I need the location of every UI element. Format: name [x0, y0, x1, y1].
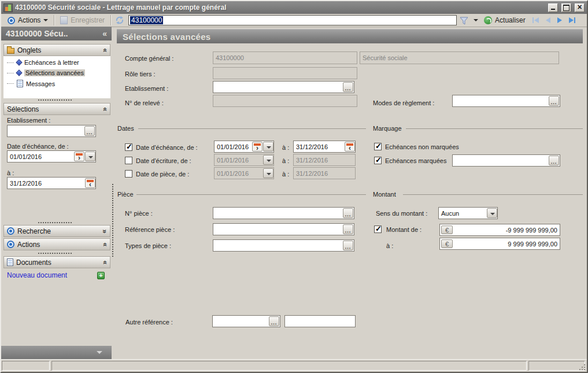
selections-section-header[interactable]: Sélections — [3, 103, 110, 115]
montant-group-line — [403, 194, 583, 195]
recherche-section-header[interactable]: Recherche — [3, 225, 110, 237]
browse-button[interactable] — [343, 208, 353, 218]
dotted-separator — [38, 253, 72, 254]
sidebar-etablissement-field[interactable] — [7, 125, 96, 137]
date-ecriture-checkbox[interactable] — [125, 157, 132, 164]
status-cell-right — [528, 361, 585, 371]
piece-group-line — [136, 194, 366, 195]
chevron-down-icon[interactable] — [103, 227, 107, 235]
calendar-forward-icon[interactable] — [74, 152, 84, 161]
save-button-label: Enregistrer — [71, 16, 105, 24]
npiece-field[interactable] — [213, 207, 354, 219]
sidebar-date-to-field[interactable]: 31/12/2016 — [7, 177, 96, 189]
refresh-button[interactable]: Actualiser — [480, 14, 529, 26]
save-button[interactable]: Enregistrer — [57, 14, 108, 26]
date-dropdown-button[interactable] — [85, 152, 95, 161]
date-piece-checkbox[interactable] — [125, 170, 132, 178]
echeances-non-marquees-checkbox[interactable] — [374, 143, 382, 150]
tree-branch — [7, 62, 14, 63]
sens-montant-dropdown[interactable]: Aucun — [438, 207, 498, 219]
nav-next-button[interactable] — [554, 15, 565, 25]
euro-currency-button[interactable]: € — [441, 226, 453, 234]
documents-section-header[interactable]: Documents — [3, 256, 110, 268]
date-dropdown-button[interactable] — [263, 142, 273, 152]
browse-button[interactable] — [269, 316, 279, 326]
browse-button[interactable] — [343, 241, 353, 250]
new-document-link[interactable]: Nouveau document — [7, 271, 67, 279]
status-cell-middle — [51, 361, 527, 371]
recherche-section-title: Recherche — [17, 227, 51, 235]
date-echeance-from-field[interactable]: 01/01/2016 — [214, 141, 274, 153]
etablissement-label: Etablissement : — [125, 85, 168, 92]
filter-dropdown-caret[interactable] — [474, 19, 478, 21]
date-ecriture-to-label: à : — [282, 157, 289, 164]
actions-menu-button[interactable]: Actions — [4, 14, 51, 26]
maximize-button[interactable] — [561, 3, 571, 12]
tree-branch — [7, 83, 14, 84]
onglets-section-header[interactable]: Onglets — [3, 44, 110, 56]
date-echeance-checkbox[interactable] — [125, 143, 132, 151]
echeances-marquees-field[interactable] — [452, 154, 560, 167]
add-document-button[interactable] — [97, 272, 105, 279]
sidebar-bottom-bar[interactable] — [1, 346, 112, 359]
euro-currency-button[interactable]: € — [441, 239, 453, 248]
chevron-up-icon[interactable] — [103, 258, 107, 267]
sidebar-date-from-value: 01/01/2016 — [10, 153, 42, 160]
sens-montant-value: Aucun — [441, 210, 459, 217]
tree-item-label: Echéances à lettrer — [24, 59, 79, 66]
resize-grip[interactable] — [578, 363, 586, 371]
date-piece-to-value: 31/12/2016 — [296, 170, 328, 177]
releve-label: N° de relevé : — [125, 99, 164, 106]
reference-piece-field[interactable] — [213, 223, 354, 235]
sync-arrows-icon — [115, 16, 124, 25]
sidebar-item-selections-avancees[interactable]: Sélections avancées — [7, 69, 85, 76]
calendar-forward-icon[interactable] — [252, 142, 262, 152]
chevron-up-icon[interactable] — [103, 105, 107, 113]
date-echeance-to-value: 31/12/2016 — [296, 143, 328, 150]
sidebar-date-from-field[interactable]: 01/01/2016 — [7, 150, 96, 163]
browse-button[interactable] — [84, 126, 95, 136]
date-piece-label: Date de pièce, de : — [136, 171, 189, 178]
browse-button[interactable] — [343, 224, 353, 234]
browse-button[interactable] — [343, 82, 353, 92]
autre-reference-secondary-field[interactable] — [284, 315, 356, 327]
sync-icon[interactable] — [113, 16, 126, 25]
types-piece-field[interactable] — [213, 239, 354, 252]
sidebar-item-echeances-a-lettrer[interactable]: Echéances à lettrer — [7, 59, 79, 66]
nav-last-button[interactable] — [565, 15, 579, 25]
date-ecriture-to-value: 31/12/2016 — [296, 157, 328, 164]
browse-button[interactable] — [549, 156, 559, 165]
filter-button[interactable] — [457, 16, 471, 25]
date-dropdown-button[interactable] — [263, 155, 273, 165]
modes-reglement-field[interactable] — [452, 95, 560, 107]
sidebar-collapse-button[interactable]: « — [102, 29, 107, 38]
sidebar-item-messages[interactable]: Messages — [7, 80, 55, 87]
account-search-input[interactable]: 43100000 — [128, 15, 457, 25]
nav-previous-button[interactable] — [542, 15, 554, 25]
montant-de-checkbox[interactable] — [374, 226, 382, 233]
date-dropdown-button[interactable] — [263, 168, 273, 178]
dropdown-button[interactable] — [487, 208, 497, 218]
document-icon — [7, 258, 13, 266]
chevron-up-icon[interactable] — [103, 241, 107, 249]
montant-de-field[interactable]: € -9 999 999 999,00 — [439, 224, 560, 236]
etablissement-field[interactable] — [213, 81, 354, 93]
autre-reference-field[interactable] — [212, 315, 280, 327]
nav-first-button[interactable] — [529, 15, 542, 25]
montant-a-field[interactable]: € 9 999 999 999,00 — [439, 238, 560, 250]
actions-section-header[interactable]: Actions — [3, 238, 110, 250]
calendar-back-icon[interactable] — [85, 178, 95, 188]
minimize-button[interactable] — [548, 3, 558, 12]
date-ecriture-label: Date d'écriture, de : — [136, 157, 191, 164]
echeances-marquees-checkbox[interactable] — [374, 157, 382, 164]
close-button[interactable] — [575, 3, 585, 12]
status-cell-left — [2, 361, 50, 371]
page-title-bar: Sélections avancées — [117, 29, 583, 43]
chevron-up-icon[interactable] — [103, 46, 107, 54]
date-echeance-to-field[interactable]: 31/12/2016 — [293, 141, 356, 153]
browse-button[interactable] — [549, 96, 559, 106]
panel-splitter[interactable] — [112, 184, 113, 257]
account-search-value: 43100000 — [130, 16, 163, 24]
montant-a-value: 9 999 999 999,00 — [508, 241, 557, 248]
calendar-back-icon[interactable] — [345, 142, 355, 152]
